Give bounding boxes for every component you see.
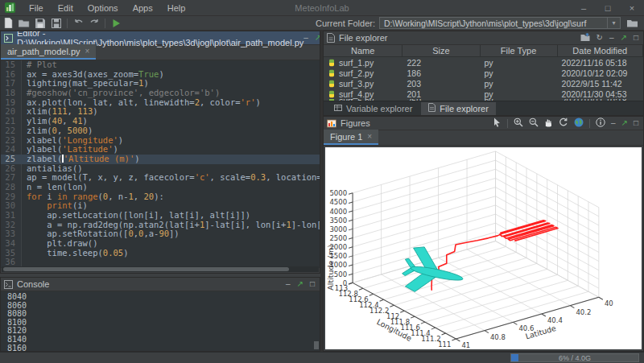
figures-maximize-icon[interactable]: □ xyxy=(634,119,638,127)
line-number: 31 xyxy=(1,211,22,221)
scrollbar-thumb[interactable] xyxy=(3,267,289,271)
figures-minimize-icon[interactable]: – xyxy=(611,119,616,127)
svg-text:4500: 4500 xyxy=(329,198,347,206)
tab-label: File explorer xyxy=(440,104,489,113)
editor-titlebar: Editor - D:\Working\MIScript\Jython\mis\… xyxy=(1,31,320,45)
cell-size: 186 xyxy=(402,68,480,78)
code-area[interactable]: 15# Plot16ax = axes3d(axes_zoom=True)17l… xyxy=(1,60,320,268)
menu-file[interactable]: File xyxy=(22,0,51,16)
file-table-body: surf_1.py222py2022/11/16 05:18surf_2.py1… xyxy=(324,57,643,102)
browse-folder-button[interactable] xyxy=(625,17,641,30)
table-row[interactable]: surf_4.py201py2020/11/30 04:53 xyxy=(324,89,643,99)
figures-float-icon[interactable]: ↗ xyxy=(621,119,628,127)
chevron-down-icon[interactable]: ▾ xyxy=(607,18,620,28)
file-explorer-minimize-icon[interactable]: – xyxy=(609,34,614,42)
tab-file-explorer[interactable]: File explorer xyxy=(421,102,496,115)
cell-name: surf_3.py xyxy=(324,79,402,89)
zoom-in-tool-button[interactable] xyxy=(514,118,523,129)
new-file-icon xyxy=(4,18,13,28)
console-minimize-icon[interactable]: – xyxy=(286,280,291,288)
run-script-button[interactable] xyxy=(108,17,124,30)
save-as-icon xyxy=(52,19,61,28)
memory-indicator[interactable]: 6% / 4.0G xyxy=(510,353,639,362)
line-number: 34 xyxy=(1,239,22,249)
table-row[interactable]: surf_2.py186py2020/10/12 02:09 xyxy=(324,68,643,78)
menu-apps[interactable]: Apps xyxy=(126,0,160,16)
cell-size: 203 xyxy=(402,79,480,89)
svg-text:40: 40 xyxy=(605,299,613,307)
file-explorer-maximize-icon[interactable]: □ xyxy=(634,34,638,42)
main-toolbar: Current Folder: D:\Working\MIScript\Jyth… xyxy=(0,16,644,31)
svg-text:2500: 2500 xyxy=(329,234,347,242)
pointer-tool-button[interactable] xyxy=(493,118,502,129)
info-tool-button[interactable] xyxy=(596,118,605,129)
svg-text:4000: 4000 xyxy=(329,208,347,216)
figure-canvas[interactable]: 0500100015002000250030003500400045005000… xyxy=(325,147,642,349)
zoom-out-tool-button[interactable] xyxy=(529,118,539,129)
cell-date-modified: 2020/11/30 04:53 xyxy=(558,89,643,99)
editor-minimize-icon[interactable]: – xyxy=(303,34,308,42)
new-file-button[interactable] xyxy=(0,17,16,30)
column-header-date-modified[interactable]: Date Modified xyxy=(558,45,643,56)
tab-close-icon[interactable]: × xyxy=(367,132,372,141)
window-minimize-button[interactable]: – xyxy=(572,0,596,16)
file-explorer-titlebar: File explorer ↻ – ↗ □ xyxy=(324,31,643,45)
file-table-header: NameSizeFile TypeDate Modified xyxy=(324,45,643,57)
editor-panel: Editor - D:\Working\MIScript\Jython\mis\… xyxy=(0,31,320,274)
undo-button[interactable] xyxy=(70,17,86,30)
console-scrollbar-thumb[interactable] xyxy=(314,341,319,349)
refresh-icon[interactable]: ↻ xyxy=(597,34,603,42)
window-maximize-button[interactable]: □ xyxy=(596,0,620,16)
file-explorer-float-icon[interactable]: ↗ xyxy=(621,34,627,42)
console-line: 8120 xyxy=(7,327,320,336)
save-as-button[interactable] xyxy=(48,17,64,30)
globe-tool-button[interactable] xyxy=(574,118,584,129)
code-line-35[interactable]: 35 time.sleep(0.05) xyxy=(1,249,320,258)
svg-text:500: 500 xyxy=(334,270,347,278)
tab-label: Variable explorer xyxy=(346,104,412,113)
menu-options[interactable]: Options xyxy=(80,0,126,16)
line-number: 18 xyxy=(1,89,22,98)
cell-file-type: py xyxy=(481,68,558,78)
column-header-name[interactable]: Name xyxy=(324,45,402,56)
file-explorer-panel: File explorer ↻ – ↗ □ NameSizeFile TypeD… xyxy=(323,31,644,116)
zoom-in-icon xyxy=(514,118,523,127)
tab-close-icon[interactable]: × xyxy=(85,47,90,56)
console-title: Console xyxy=(17,279,49,289)
code-text: time.sleep(0.05) xyxy=(22,249,128,258)
cell-size: 201 xyxy=(402,89,480,99)
menu-help[interactable]: Help xyxy=(160,0,193,16)
redo-button[interactable] xyxy=(86,17,102,30)
console-maximize-icon[interactable]: □ xyxy=(310,280,315,288)
editor-horizontal-scrollbar[interactable] xyxy=(2,266,319,272)
window-close-button[interactable]: × xyxy=(620,0,644,16)
run-icon xyxy=(112,19,121,28)
pan-tool-button[interactable] xyxy=(544,118,553,129)
current-folder-combobox[interactable]: D:\Working\MIScript\Jython\mis\plot_type… xyxy=(379,17,621,29)
open-folder-icon xyxy=(19,19,30,27)
rotate-tool-button[interactable] xyxy=(559,118,568,129)
line-number: 28 xyxy=(1,183,22,192)
table-row[interactable]: surf_3.py203py2022/9/15 11:42 xyxy=(324,78,643,89)
parent-folder-button[interactable] xyxy=(580,33,590,43)
save-button[interactable] xyxy=(32,17,48,30)
toolbar-separator xyxy=(67,19,68,28)
file-explorer-tab-icon xyxy=(428,103,436,112)
figures-tabbar: Figure 1 × xyxy=(324,130,643,146)
column-header-size[interactable]: Size xyxy=(402,45,480,56)
cell-file-type: py xyxy=(481,79,558,89)
menu-edit[interactable]: Edit xyxy=(51,0,80,16)
meteoinfolab-window: FileEditOptionsAppsHelp MeteoInfoLab – □… xyxy=(0,0,644,363)
editor-float-icon[interactable]: ↗ xyxy=(315,34,320,42)
console-float-icon[interactable]: ↗ xyxy=(297,280,303,288)
editor-tab-air-path-model[interactable]: air_path_model.py × xyxy=(1,44,96,60)
console-output[interactable]: 8040806080808100812081408160 xyxy=(1,291,320,351)
open-folder-button[interactable] xyxy=(16,17,32,30)
cell-name: surf_1.py xyxy=(324,58,402,68)
svg-text:40.2: 40.2 xyxy=(576,308,591,316)
figure-1-tab[interactable]: Figure 1 × xyxy=(324,130,378,145)
tab-variable-explorer[interactable]: Variable explorer xyxy=(327,102,419,115)
column-header-file-type[interactable]: File Type xyxy=(481,45,558,56)
console-line: 8160 xyxy=(7,344,320,352)
table-row[interactable]: surf_1.py222py2022/11/16 05:18 xyxy=(324,57,643,68)
